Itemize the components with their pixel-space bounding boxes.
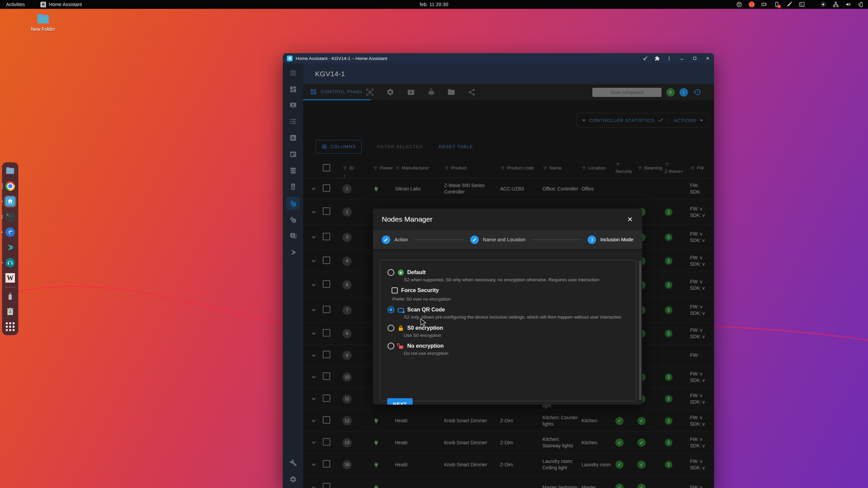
desktop-screen: Activities Home Assistant feb. 11 20:30 … [0,0,868,488]
dialog-title: Nodes Manager [382,215,432,223]
inclusion-radio[interactable] [388,325,394,331]
next-button[interactable]: NEXT [387,398,413,405]
terminal-icon: >_ [5,212,15,222]
dock: >_ W [2,162,18,335]
gnome-top-bar: Activities Home Assistant feb. 11 20:30 … [0,0,868,9]
step-3-circle: 3 [588,236,596,244]
volume-icon[interactable] [845,1,851,7]
headphones-icon [5,258,15,267]
wikipedia-icon: W [5,273,15,283]
app-grid-icon [6,322,15,331]
dock-home-assistant[interactable] [4,196,16,207]
chrome-icon [5,181,15,191]
inclusion-option[interactable]: No encryption Do not use encryption [388,343,626,357]
window-titlebar[interactable]: Home Assistant - KGV14-1 – Home Assistan… [283,53,714,63]
close-window-button[interactable] [705,56,710,61]
dock-wikipedia[interactable]: W [4,272,16,284]
window-title: Home Assistant - KGV14-1 – Home Assistan… [296,56,387,61]
option-icon [398,269,404,276]
option-icon [398,343,404,349]
mouse-cursor [419,318,428,327]
minimize-button[interactable] [679,56,684,61]
force-security-checkbox[interactable] [392,287,398,293]
step-name-location[interactable]: Name and Location [470,236,526,244]
step-2-circle [470,236,479,244]
mattermost-tray-icon[interactable]: ⋮⋮ [749,1,755,7]
dock-terminal[interactable]: >_ [4,211,16,223]
pen-tray-icon[interactable] [786,1,792,7]
inclusion-radio[interactable] [388,306,394,313]
window-favicon [287,56,293,61]
password-key-icon[interactable] [643,56,648,61]
step-connector [532,240,582,240]
inclusion-option[interactable]: Force Security Prefer S0 over no encrypt… [388,287,626,302]
inclusion-radio[interactable] [388,269,394,276]
inclusion-radio[interactable] [388,343,394,349]
taskbar-app-button[interactable]: Home Assistant [40,2,82,7]
step-action[interactable]: Action [382,236,408,244]
dock-show-apps[interactable] [4,321,16,332]
dialog-stepper: Action Name and Location 3 Inclusion Mod… [373,230,642,249]
option-icon [398,308,404,312]
dock-chrome[interactable] [4,180,16,192]
inclusion-option[interactable]: Default S2 when supported, S0 only when … [388,269,626,283]
browser-menu-icon[interactable] [667,56,672,61]
option-icon [398,325,404,331]
battery-status-icon[interactable] [858,1,864,7]
dock-thunderbird[interactable] [4,226,16,238]
step-1-circle [382,236,390,244]
desktop-new-folder[interactable]: New Folder [21,12,65,32]
extensions-icon[interactable] [655,56,660,61]
new-folder-label: New Folder [21,26,65,32]
clock[interactable]: feb. 11 20:30 [420,2,449,7]
thunderbird-icon [5,227,15,237]
taskbar-app-label: Home Assistant [49,2,82,7]
dialog-scrollbar[interactable] [639,261,641,400]
dock-files[interactable] [4,165,16,177]
home-assistant-app-icon [40,2,46,7]
status-face-icon[interactable] [736,1,742,7]
network-icon[interactable] [833,1,839,7]
maximize-button[interactable] [692,56,697,61]
folder-icon [35,12,51,26]
system-tray: ⋮⋮ [736,0,864,9]
battery-charging-icon[interactable] [761,1,767,7]
dock-vscode[interactable] [4,242,16,253]
step-connector [414,240,464,240]
activities-button[interactable]: Activities [6,2,25,7]
dock-separator [5,287,15,287]
app-window: Home Assistant - KGV14-1 – Home Assistan… [283,53,714,488]
step-inclusion-mode[interactable]: 3 Inclusion Mode [588,236,633,244]
dock-usb-drive[interactable] [4,290,16,302]
brightness-icon[interactable] [820,1,826,7]
device-disconnected-icon[interactable] [774,1,780,7]
nodes-manager-dialog: Nodes Manager Action Name and Location 3… [373,208,642,405]
inclusion-options-box: Default S2 when supported, S0 only when … [380,260,636,401]
home-assistant-icon [5,197,15,206]
dock-trash[interactable] [4,306,16,317]
terminal-tray-icon[interactable] [799,1,805,7]
dock-audio-app[interactable] [4,257,16,268]
close-dialog-icon[interactable] [627,216,633,223]
